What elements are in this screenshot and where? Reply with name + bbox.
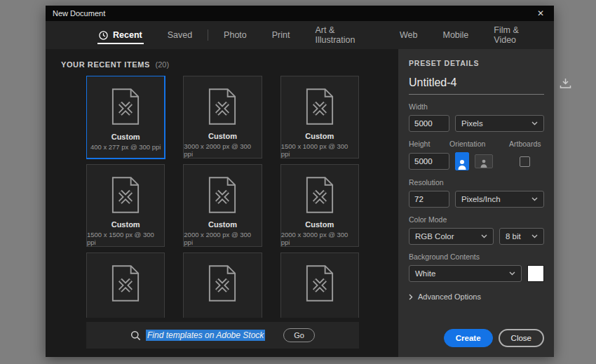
- template-name: Custom: [208, 220, 237, 229]
- orientation-portrait-button[interactable]: [455, 152, 469, 170]
- template-name: Custom: [111, 220, 140, 229]
- template-dims: 3000 x 2000 px @ 300 ppi: [184, 142, 261, 158]
- create-button[interactable]: Create: [444, 329, 493, 347]
- tab-label: Photo: [224, 30, 247, 40]
- template-dims: 400 x 277 px @ 300 ppi: [90, 143, 161, 151]
- tab-label: Saved: [168, 30, 192, 40]
- tab-film-video[interactable]: Film & Video: [481, 21, 554, 49]
- artboards-label: Artboards: [509, 140, 544, 148]
- tab-saved[interactable]: Saved: [155, 21, 205, 49]
- file-icon: [111, 174, 140, 215]
- height-input[interactable]: [409, 153, 449, 170]
- chevron-down-icon: [531, 197, 538, 201]
- close-button[interactable]: Close: [499, 329, 544, 347]
- template-dims: 1500 x 1000 px @ 300 ppi: [281, 142, 358, 158]
- resolution-unit-value: Pixels/Inch: [461, 195, 501, 203]
- background-color-swatch[interactable]: [527, 265, 544, 282]
- document-name-row: [409, 76, 544, 95]
- tab-label: Web: [400, 30, 417, 40]
- tab-recent[interactable]: Recent: [86, 21, 155, 49]
- template-card[interactable]: Custom 1500 x 1000 px @ 300 ppi: [280, 76, 359, 159]
- save-preset-icon[interactable]: [560, 78, 571, 88]
- tab-label: Film & Video: [494, 25, 541, 45]
- chevron-down-icon: [531, 121, 538, 126]
- template-dims: 1500 x 1500 px @ 300 ppi: [87, 231, 164, 246]
- orientation-landscape-button[interactable]: [475, 154, 493, 168]
- chevron-down-icon: [531, 234, 538, 238]
- recent-items-panel: YOUR RECENT ITEMS (20) Custom 400 x 277 …: [46, 49, 398, 357]
- orientation-label: Orientation: [449, 140, 509, 148]
- template-name: Custom: [208, 132, 237, 140]
- bit-depth-select[interactable]: 8 bit: [499, 228, 544, 245]
- template-card[interactable]: Custom 2000 x 2000 px @ 300 ppi: [183, 164, 262, 247]
- resolution-input[interactable]: [409, 191, 449, 208]
- template-card[interactable]: Custom 3000 x 2000 px @ 300 ppi: [183, 76, 262, 159]
- new-document-dialog: New Document ✕ Recent Saved Photo Print …: [46, 6, 554, 357]
- template-card[interactable]: Custom 1500 x 1500 px @ 300 ppi: [86, 164, 165, 247]
- template-name: Custom: [305, 132, 334, 140]
- bit-depth-value: 8 bit: [506, 232, 521, 241]
- advanced-options-label: Advanced Options: [418, 292, 481, 301]
- recent-heading-text: YOUR RECENT ITEMS: [61, 60, 150, 69]
- template-dims: 2000 x 3000 px @ 300 ppi: [281, 231, 358, 246]
- tab-mobile[interactable]: Mobile: [430, 21, 481, 49]
- recent-items-count: (20): [156, 60, 170, 69]
- width-label: Width: [409, 102, 544, 111]
- tab-label: Mobile: [442, 30, 468, 40]
- file-icon: [208, 86, 237, 127]
- file-icon: [111, 86, 140, 128]
- artboards-checkbox[interactable]: [520, 156, 530, 167]
- advanced-options-toggle[interactable]: Advanced Options: [409, 292, 544, 301]
- recent-items-heading: YOUR RECENT ITEMS (20): [46, 49, 398, 69]
- file-icon: [111, 262, 140, 304]
- preset-details-heading: PRESET DETAILS: [409, 59, 544, 67]
- adobe-stock-search-bar: Find templates on Adobe Stock Go: [86, 322, 359, 349]
- template-dims: 2000 x 2000 px @ 300 ppi: [184, 231, 261, 246]
- template-card[interactable]: [280, 252, 359, 318]
- template-card[interactable]: [86, 252, 165, 318]
- background-contents-value: White: [415, 269, 435, 278]
- tab-web[interactable]: Web: [387, 21, 430, 49]
- height-label: Height: [409, 140, 449, 148]
- tab-label: Art & Illustration: [315, 25, 374, 45]
- file-icon: [305, 174, 334, 215]
- template-name: Custom: [111, 133, 140, 141]
- template-card-selected[interactable]: Custom 400 x 277 px @ 300 ppi: [86, 76, 165, 159]
- width-unit-select[interactable]: Pixels: [455, 115, 544, 132]
- template-card[interactable]: Custom 2000 x 3000 px @ 300 ppi: [280, 164, 359, 247]
- tab-label: Print: [272, 30, 290, 40]
- dialog-titlebar: New Document ✕: [46, 6, 554, 21]
- clock-icon: [99, 31, 108, 40]
- go-button[interactable]: Go: [283, 328, 315, 342]
- template-name: Custom: [305, 220, 334, 229]
- template-card[interactable]: [183, 252, 262, 318]
- stock-search-input[interactable]: Find templates on Adobe Stock: [146, 330, 265, 341]
- chevron-down-icon: [509, 271, 515, 276]
- background-contents-label: Background Contents: [409, 252, 544, 261]
- search-icon: [130, 330, 141, 341]
- preset-details-panel: PRESET DETAILS Width Pixels Height Orien…: [398, 49, 554, 357]
- file-icon: [208, 174, 237, 215]
- tab-photo[interactable]: Photo: [211, 21, 259, 49]
- background-contents-select[interactable]: White: [409, 265, 522, 282]
- template-grid: Custom 400 x 277 px @ 300 ppi Custom 300…: [86, 76, 359, 318]
- file-icon: [305, 86, 334, 127]
- tab-print[interactable]: Print: [259, 21, 303, 49]
- file-icon: [208, 262, 237, 304]
- dialog-close-icon[interactable]: ✕: [534, 8, 547, 18]
- tab-art-illustration[interactable]: Art & Illustration: [302, 21, 387, 49]
- resolution-label: Resolution: [409, 178, 544, 187]
- tab-divider: [208, 29, 208, 41]
- resolution-unit-select[interactable]: Pixels/Inch: [455, 191, 544, 208]
- chevron-down-icon: [481, 234, 487, 238]
- dialog-title: New Document: [53, 9, 534, 18]
- file-icon: [305, 262, 334, 304]
- color-mode-label: Color Mode: [409, 215, 544, 224]
- document-name-input[interactable]: [409, 76, 554, 89]
- tab-label: Recent: [113, 30, 142, 40]
- chevron-right-icon: [409, 294, 413, 300]
- color-mode-select[interactable]: RGB Color: [409, 228, 494, 245]
- preset-category-tabs: Recent Saved Photo Print Art & Illustrat…: [46, 21, 554, 49]
- color-mode-value: RGB Color: [415, 232, 454, 241]
- width-input[interactable]: [409, 115, 449, 132]
